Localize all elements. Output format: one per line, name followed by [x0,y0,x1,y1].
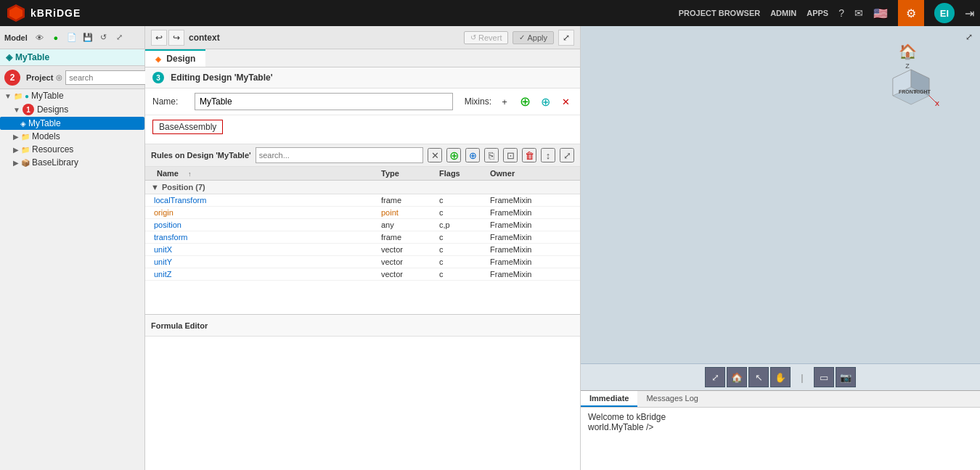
undo-button[interactable]: ↩ [151,30,167,46]
nav-project-browser[interactable]: PROJECT BROWSER [679,9,760,17]
cell-type-4: vector [378,245,436,254]
name-input[interactable] [195,93,453,110]
nav-apps[interactable]: APPS [807,9,828,17]
mixin-plus-button[interactable]: ⊕ [518,94,532,109]
console-area: Immediate Messages Log Welcome to kBridg… [581,390,980,470]
settings-button[interactable]: ⚙ [898,0,924,26]
tree-label-designs: Designs [37,104,68,115]
cell-flags-5: c [436,257,487,266]
tab-design-label: Design [166,54,195,64]
tree-item-mytable-design[interactable]: ◈ MyTable [0,117,144,130]
tree-label-mytable: MyTable [31,91,64,101]
cell-name-1: origin [151,208,378,217]
table-row[interactable]: unitY vector c FrameMixin [145,256,580,268]
rules-copy-btn[interactable]: ⎘ [484,148,499,162]
top-nav-right: PROJECT BROWSER ADMIN APPS ? ✉ 🇺🇸 ⚙ El ⇥ [679,0,974,26]
email-icon[interactable]: ✉ [854,7,863,19]
logo-icon [6,3,26,23]
name-row: Name: Mixins: + ⊕ ⊕ ✕ [145,88,580,115]
editing-header: 3 Editing Design 'MyTable' [145,67,580,88]
tab-design[interactable]: ◈ Design [145,49,205,67]
cell-name-5: unitY [151,257,378,266]
viewport-area: ⤢ 🏠 Z [581,26,980,390]
rules-add-btn[interactable]: ⊕ [446,148,461,162]
col-scroll [560,169,574,178]
logo: kBRiDGE [6,3,81,23]
tree-item-mytable-root[interactable]: ▼ 📁 ● MyTable [0,89,144,102]
tab-immediate[interactable]: Immediate [581,391,637,407]
cell-owner-0: FrameMixin [487,196,560,205]
help-icon[interactable]: ? [838,7,844,19]
svg-text:RIGHT: RIGHT [915,89,931,94]
table-row[interactable]: localTransform frame c FrameMixin [145,194,580,207]
cube-3d-svg: 🏠 Z FRONT RIGHT X [871,41,951,120]
tab-messages-log[interactable]: Messages Log [637,391,707,407]
model-expand-btn[interactable]: ⤢ [113,31,126,44]
rules-clear-btn[interactable]: ✕ [428,148,442,162]
cell-owner-3: FrameMixin [487,233,560,242]
console-line-1: Welcome to kBridge [588,412,973,422]
rules-delete-btn[interactable]: 🗑 [522,148,536,162]
right-panel: ⤢ 🏠 Z [581,26,980,470]
formula-content[interactable] [145,336,580,470]
tree-label-baselibrary: BaseLibrary [32,157,78,168]
table-row[interactable]: transform frame c FrameMixin [145,231,580,244]
table-row[interactable]: position any c,p FrameMixin [145,219,580,231]
cell-name-4: unitX [151,245,378,254]
rules-fullscreen-btn[interactable]: ⤢ [560,148,574,162]
circle-icon: ● [25,92,29,100]
table-row[interactable]: unitX vector c FrameMixin [145,244,580,256]
project-toolbar: 2 Project ◎ ⤢ [0,66,144,89]
nav-admin[interactable]: ADMIN [770,9,796,17]
table-row[interactable]: origin point c FrameMixin [145,207,580,219]
vp-view-btn[interactable]: ▭ [814,367,834,387]
redo-button[interactable]: ↪ [168,30,184,46]
rules-sort-btn[interactable]: ↕ [541,148,555,162]
vp-cursor-btn[interactable]: ↖ [748,367,769,387]
mixin-remove-button[interactable]: ✕ [558,94,573,109]
logout-button[interactable]: ⇥ [965,7,974,20]
model-save-btn[interactable]: 💾 [81,31,94,44]
context-label: context [189,33,460,43]
cell-type-6: vector [378,270,436,279]
tree-item-resources[interactable]: ▶ 📁 Resources [0,143,144,156]
vp-hand-btn[interactable]: ✋ [770,367,791,387]
tree-label-resources: Resources [32,144,73,154]
cell-owner-1: FrameMixin [487,208,560,217]
badge-2: 2 [4,70,20,86]
tree-item-models[interactable]: ▶ 📁 Models [0,130,144,143]
rules-add2-btn[interactable]: ⊕ [465,148,480,162]
viewport-expand-btn[interactable]: ⤢ [961,29,977,45]
tree-item-designs[interactable]: ▼ 1 Designs [0,102,144,117]
fullscreen-button[interactable]: ⤢ [558,30,574,46]
apply-button[interactable]: ✓ Apply [513,31,554,44]
model-eye-btn[interactable]: 👁 [33,31,46,44]
revert-button[interactable]: ↺ Revert [464,31,508,44]
cell-name-2: position [151,220,378,229]
user-avatar[interactable]: El [934,3,955,23]
model-toolbar: Model 👁 ● 📄 💾 ↺ ⤢ [0,26,144,49]
logo-text: kBRiDGE [30,7,81,19]
cell-flags-0: c [436,196,487,205]
model-circle-btn[interactable]: ● [49,31,62,44]
vp-photo-btn[interactable]: 📷 [836,367,856,387]
cell-type-1: point [378,208,436,217]
svg-line-10 [929,96,936,103]
cell-owner-5: FrameMixin [487,257,560,266]
flag-icon[interactable]: 🇺🇸 [873,7,888,20]
tree-item-baselibrary[interactable]: ▶ 📦 BaseLibrary [0,156,144,169]
rules-search-input[interactable] [256,147,423,163]
table-row[interactable]: unitZ vector c FrameMixin [145,268,580,281]
vp-maximize-btn[interactable]: ⤢ [705,367,725,387]
cell-flags-3: c [436,233,487,242]
model-refresh-btn[interactable]: ↺ [97,31,110,44]
selected-item-bar: ◈ MyTable [0,49,144,66]
mixin-chip-baseassembly[interactable]: BaseAssembly [152,120,223,134]
model-doc-btn[interactable]: 📄 [65,31,78,44]
rules-toggle-btn[interactable]: ⊡ [503,148,518,162]
vp-home-btn[interactable]: 🏠 [727,367,747,387]
svg-text:X: X [935,100,939,107]
middle-panel: ↩ ↪ context ↺ Revert ✓ Apply ⤢ ◈ Desig [145,26,581,470]
mixin-info-button[interactable]: ⊕ [538,94,552,109]
mixin-add-button[interactable]: + [497,94,512,109]
